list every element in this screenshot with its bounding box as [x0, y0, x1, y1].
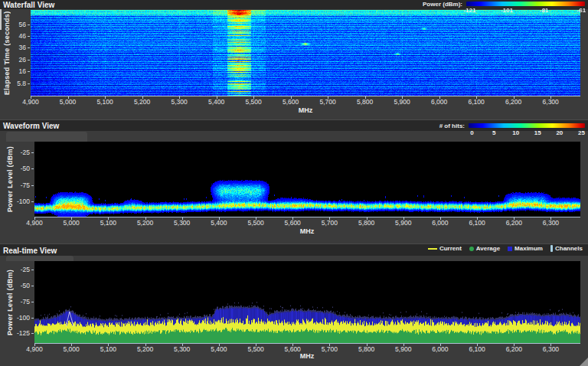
realtime-xtick-label: 5,000: [64, 345, 80, 353]
realtime-xtick-label: 6,200: [506, 345, 522, 353]
waveform-ytick-label: -50: [0, 165, 30, 172]
waterfall-xtick-label: 6,100: [469, 98, 485, 106]
colorbar-tick-label: -121: [464, 7, 476, 14]
waveform-ytick-mark: [31, 152, 34, 153]
waterfall-xtick-mark: [402, 96, 403, 99]
realtime-plot[interactable]: [34, 261, 580, 344]
waterfall-xtick-mark: [365, 96, 366, 99]
waveform-xtick-mark: [256, 217, 256, 220]
waterfall-xtick-mark: [514, 96, 514, 99]
realtime-ytick-label: -125: [0, 329, 30, 337]
realtime-xtick-mark: [550, 344, 551, 346]
waveform-xtick-mark: [440, 217, 441, 220]
waveform-xtick-label: 5,200: [137, 219, 153, 227]
realtime-ytick-mark: [31, 333, 34, 334]
legend-item-maximum[interactable]: Maximum: [508, 245, 543, 252]
waveform-ytick-mark: [31, 185, 34, 186]
waterfall-xtick-label: 5,700: [319, 98, 335, 106]
legend-item-channels[interactable]: Channels: [550, 245, 583, 252]
current-marker-icon: [428, 248, 437, 250]
legend-item-average[interactable]: Average: [469, 245, 500, 252]
realtime-xtick-mark: [219, 344, 220, 346]
waveform-ytick-label: -75: [0, 181, 30, 189]
realtime-ytick-label: -75: [0, 298, 30, 306]
hits-colorbar-label: # of hits:: [439, 123, 465, 129]
waveform-xtick-mark: [550, 217, 551, 220]
realtime-xtick-label: 5,400: [211, 345, 227, 353]
waterfall-ytick-label: 5.8: [0, 80, 26, 87]
waterfall-ytick-mark: [28, 36, 30, 37]
waveform-xtick-label: 5,900: [395, 219, 411, 227]
waterfall-xtick-label: 5,800: [357, 98, 373, 106]
realtime-xtick-label: 6,100: [469, 345, 485, 353]
realtime-ytick-label: -100: [0, 314, 30, 322]
realtime-xtick-mark: [34, 344, 35, 346]
realtime-xtick-mark: [256, 344, 256, 346]
waterfall-ytick-label: 56: [0, 21, 26, 28]
waterfall-ytick-label: 26: [0, 56, 26, 64]
waveform-xtick-mark: [108, 217, 109, 220]
waveform-xtick-label: 5,700: [322, 219, 338, 227]
waveform-xtick-label: 6,200: [506, 219, 522, 227]
spectrum-analyzer-window: Waterfall View Power (dBm): -121-101-81-…: [0, 0, 588, 366]
waveform-xtick-mark: [34, 217, 35, 220]
colorbar-tick-label: 15: [534, 129, 541, 136]
waveform-ytick-mark: [31, 201, 34, 202]
waterfall-xtick-mark: [550, 96, 551, 99]
window-resize-handle[interactable]: [580, 358, 588, 366]
waveform-xtick-mark: [219, 217, 220, 220]
waterfall-ytick-mark: [28, 25, 30, 25]
realtime-xtick-mark: [477, 344, 478, 346]
waterfall-xtick-label: 5,200: [134, 98, 150, 106]
waveform-ytick-label: -25: [0, 149, 30, 156]
waveform-ytick-mark: [31, 168, 34, 169]
realtime-xtick-mark: [292, 344, 293, 346]
waterfall-xtick-label: 5,400: [208, 98, 224, 106]
waterfall-xtick-mark: [291, 96, 292, 99]
waterfall-xtick-mark: [253, 96, 254, 99]
waveform-xtick-label: 6,100: [469, 219, 485, 227]
waveform-xtick-label: 6,300: [543, 219, 559, 227]
realtime-ytick-mark: [31, 286, 34, 286]
legend-label: Maximum: [514, 245, 543, 252]
realtime-ytick-mark: [31, 318, 34, 319]
waveform-plot[interactable]: [34, 142, 580, 217]
waveform-xtick-mark: [477, 217, 478, 220]
waveform-xtick-label: 5,600: [285, 219, 301, 227]
realtime-xtick-mark: [71, 344, 72, 346]
legend-item-current[interactable]: Current: [428, 245, 462, 252]
realtime-xaxis-unit: MHz: [300, 352, 315, 360]
waterfall-ytick-label: 16: [0, 67, 26, 75]
waveform-xtick-label: 6,000: [432, 219, 448, 227]
colorbar-tick-label: 20: [556, 129, 563, 136]
realtime-title: Real-time View: [3, 247, 57, 255]
hits-colorbar-ticks: 0510152025: [469, 129, 585, 136]
waterfall-xtick-mark: [439, 96, 440, 99]
legend-label: Channels: [555, 245, 583, 252]
waterfall-plot[interactable]: [31, 10, 580, 96]
realtime-xtick-label: 5,200: [137, 345, 153, 353]
waterfall-xtick-mark: [217, 96, 217, 99]
realtime-panel-tab: [6, 256, 74, 261]
realtime-xtick-label: 6,300: [543, 345, 559, 353]
colorbar-tick-label: -81: [540, 7, 549, 14]
realtime-xtick-label: 5,800: [358, 345, 374, 353]
waterfall-xtick-label: 5,100: [96, 98, 113, 106]
waveform-xtick-mark: [329, 217, 330, 220]
realtime-ytick-mark: [31, 302, 34, 302]
waterfall-xaxis-unit: MHz: [299, 106, 313, 114]
waterfall-ytick-mark: [28, 83, 30, 84]
waterfall-ytick-label: 46: [0, 32, 26, 40]
realtime-xtick-label: 5,500: [247, 345, 263, 353]
realtime-xtick-label: 5,100: [100, 345, 116, 353]
maximum-marker-icon: [508, 247, 512, 251]
waterfall-xtick-mark: [105, 96, 106, 99]
realtime-ytick-mark: [31, 270, 34, 270]
waterfall-xtick-mark: [142, 96, 143, 99]
waterfall-xtick-label: 6,300: [543, 98, 559, 106]
waveform-xtick-label: 5,500: [247, 219, 263, 227]
waterfall-ytick-label: 36: [0, 44, 26, 51]
realtime-xtick-label: 5,600: [285, 345, 301, 353]
colorbar-tick-label: -101: [501, 7, 513, 14]
hits-colorbar: [469, 123, 585, 128]
